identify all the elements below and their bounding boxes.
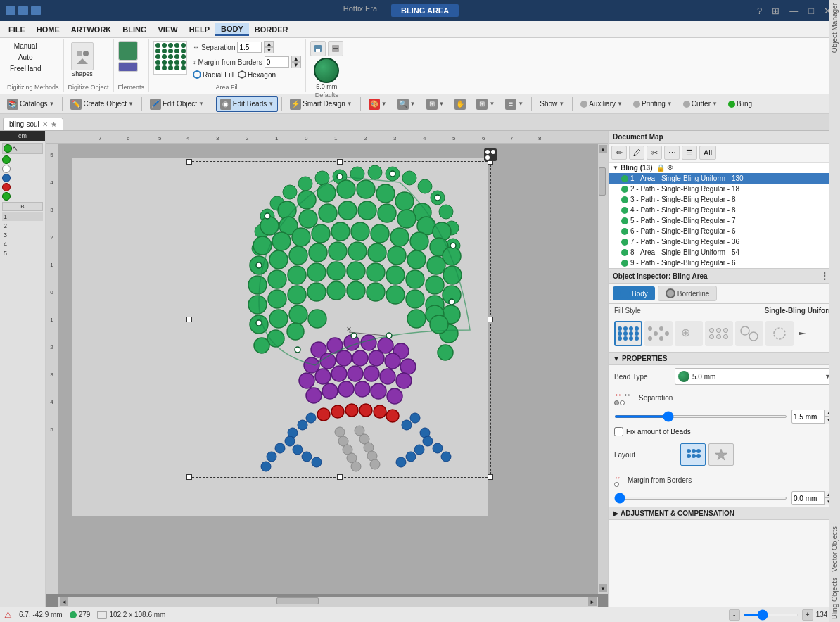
scroll-up-btn[interactable]: ▲ [599, 145, 607, 153]
toggle-btn[interactable]: ≡ ▼ [501, 96, 528, 112]
scroll-down-btn[interactable]: ▼ [599, 584, 607, 592]
scroll-thumb-v[interactable] [599, 167, 606, 196]
menu-file[interactable]: FILE [3, 24, 31, 35]
scrollbar-vertical[interactable]: ▲ ▼ [598, 144, 608, 594]
menu-home[interactable]: HOME [31, 24, 65, 35]
fill-opt-6[interactable] [765, 321, 794, 346]
dm-dots-btn[interactable]: ⋯ [664, 146, 680, 160]
separation-input[interactable] [237, 42, 262, 53]
tree-root[interactable]: ▼ Bling (13) 🔒 👁 [609, 163, 840, 173]
margin-value-input[interactable] [792, 495, 824, 502]
fill-opt-5[interactable] [735, 321, 763, 346]
swatch-white[interactable] [2, 165, 11, 173]
hexagon-option[interactable]: Hexagon [238, 70, 276, 79]
zoom-out-btn[interactable]: - [729, 609, 740, 621]
separation-value-input[interactable] [792, 413, 824, 421]
layer-2[interactable]: 2 [2, 222, 43, 230]
tree-item-7[interactable]: 7 - Path - Single-Bling Regular - 36 [609, 236, 840, 247]
b-button[interactable]: B [2, 202, 43, 211]
layer-5[interactable]: 5 [2, 249, 43, 258]
margin-up[interactable]: ▲ [291, 56, 301, 62]
scroll-left-btn[interactable]: ◄ [60, 597, 68, 606]
swatch-blue[interactable] [2, 174, 11, 182]
layout-btn-star[interactable] [708, 443, 734, 466]
tree-item-8[interactable]: 8 - Area - Single-Bling Uniform - 54 [609, 247, 840, 258]
show-btn[interactable]: Show ▼ [535, 98, 568, 110]
pointer-tool[interactable]: ↖ [13, 145, 18, 152]
edit-beads-btn[interactable]: ◉ Edit Beads ▼ [216, 96, 278, 112]
cutter-btn[interactable]: Cutter ▼ [679, 98, 722, 110]
swatch-green-2[interactable] [2, 192, 11, 201]
margin-input[interactable] [265, 56, 289, 68]
menu-help[interactable]: HELP [184, 24, 215, 35]
adjustment-section-header[interactable]: ▶ ADJUSTMENT & COMPENSATION [609, 507, 840, 520]
dm-list-btn[interactable]: ☰ [682, 146, 697, 160]
help-button[interactable]: ? [754, 6, 765, 16]
dm-pen-btn[interactable]: 🖊 [629, 146, 644, 160]
tree-item-2[interactable]: 2 - Path - Single-Bling Regular - 18 [609, 184, 840, 194]
bling-btn[interactable]: Bling [724, 98, 756, 110]
tree-item-5[interactable]: 5 - Path - Single-Bling Regular - 7 [609, 215, 840, 226]
maximize-button[interactable]: ⊞ [769, 6, 782, 16]
oi-more-btn[interactable]: ⋮ [820, 271, 829, 281]
layer-3[interactable]: 3 [2, 231, 43, 239]
bead-type-select[interactable]: 5.0 mm ▼ [675, 368, 834, 385]
restore-button[interactable]: □ [806, 6, 817, 16]
menu-view[interactable]: VIEW [153, 24, 184, 35]
scroll-right-btn[interactable]: ► [588, 597, 597, 606]
grid-btn[interactable]: ⊞ ▼ [472, 96, 499, 112]
margin-down[interactable]: ▼ [291, 62, 301, 68]
layer-4[interactable]: 4 [2, 240, 43, 248]
tree-item-1[interactable]: 1 - Area - Single-Bling Uniform - 130 [609, 173, 840, 184]
auto-btn[interactable]: Auto [7, 52, 44, 63]
properties-section-header[interactable]: ▼ PROPERTIES [609, 352, 840, 365]
zoom-slider[interactable] [743, 614, 799, 616]
create-object-btn[interactable]: ✏️ Create Object ▼ [66, 96, 138, 112]
tab-borderline[interactable]: Borderline [658, 286, 718, 301]
minimize-button[interactable]: — [787, 6, 801, 16]
shapes-btn[interactable]: Shapes [68, 41, 96, 79]
tree-item-4[interactable]: 4 - Path - Single-Bling Regular - 8 [609, 205, 840, 215]
smart-design-btn[interactable]: ⚡ Smart Design ▼ [286, 96, 357, 112]
dm-scissors-btn[interactable]: ✂ [647, 146, 662, 160]
manual-btn[interactable]: Manual [7, 41, 44, 51]
printing-btn[interactable]: Printing ▼ [629, 98, 677, 110]
separation-slider[interactable] [614, 415, 787, 418]
fill-opt-uniform[interactable] [614, 321, 642, 346]
tab-bling-soul[interactable]: bling-soul ✕ ★ [3, 118, 63, 130]
fill-more-btn[interactable] [796, 321, 810, 346]
dm-pencil-btn[interactable]: ✏ [611, 146, 627, 160]
swatch-red[interactable] [2, 183, 11, 191]
menu-bling[interactable]: BLING [117, 24, 152, 35]
margin-slider[interactable] [614, 497, 787, 500]
dm-all-btn[interactable]: All [699, 146, 716, 160]
zoom-in-btn[interactable]: + [802, 609, 813, 621]
layout-btn-grid[interactable] [680, 443, 706, 466]
tab-body[interactable]: Body [613, 286, 655, 300]
catalogs-btn[interactable]: 📚 Catalogs ▼ [3, 96, 58, 112]
separation-up[interactable]: ▲ [264, 41, 274, 47]
fill-opt-3[interactable]: ⊕ [675, 321, 703, 346]
save-defaults-btn[interactable] [310, 41, 326, 56]
menu-body[interactable]: BODY [215, 23, 249, 36]
zoom-btn[interactable]: 🔍 ▼ [393, 96, 420, 112]
color-picker-btn[interactable]: 🎨 ▼ [364, 96, 391, 112]
separation-down[interactable]: ▼ [264, 47, 274, 53]
scroll-thumb-h[interactable] [276, 597, 319, 604]
scrollbar-horizontal[interactable]: ◄ ► [58, 597, 598, 607]
tree-item-6[interactable]: 6 - Path - Single-Bling Regular - 6 [609, 226, 840, 236]
layout-btn[interactable]: ⊞ ▼ [422, 96, 449, 112]
tree-item-3[interactable]: 3 - Path - Single-Bling Regular - 8 [609, 194, 840, 205]
fix-amount-checkbox[interactable] [614, 427, 623, 436]
fill-opt-4[interactable] [705, 321, 733, 346]
menu-border[interactable]: BORDER [249, 24, 294, 35]
fill-opt-scattered[interactable] [644, 321, 673, 346]
tree-item-9[interactable]: 9 - Path - Single-Bling Regular - 6 [609, 258, 840, 268]
edit-object-btn[interactable]: 🖊️ Edit Object ▼ [146, 96, 208, 112]
side-label-vector-objects[interactable]: Vector Objects [829, 523, 840, 575]
radial-fill-option[interactable]: Radial Fill [193, 70, 234, 79]
swatch-green[interactable] [2, 156, 11, 164]
tab-close-btn[interactable]: ✕ [42, 120, 48, 128]
design-canvas[interactable]: × [58, 144, 608, 594]
load-defaults-btn[interactable] [328, 41, 343, 56]
